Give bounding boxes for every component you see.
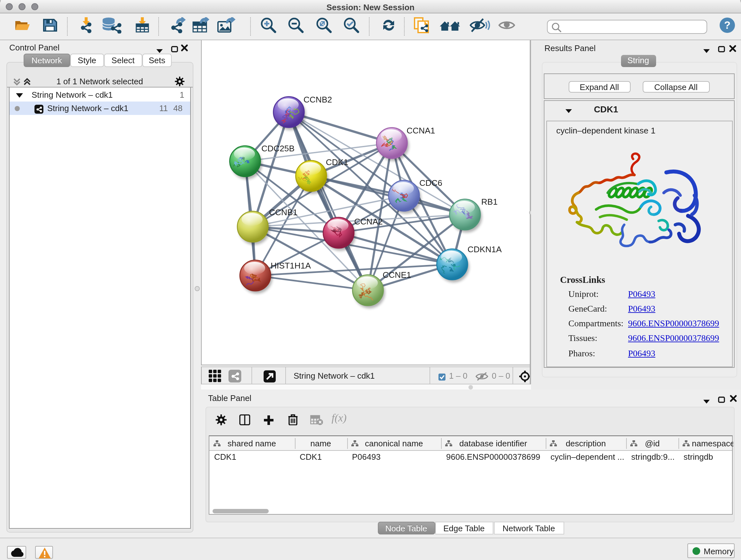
svg-text:CCNB1: CCNB1 bbox=[269, 207, 297, 217]
svg-text:CCNE1: CCNE1 bbox=[382, 270, 411, 279]
svg-text:CDC25B: CDC25B bbox=[261, 143, 294, 153]
svg-text:CCNA1: CCNA1 bbox=[406, 125, 434, 135]
svg-text:CDKN1A: CDKN1A bbox=[467, 244, 501, 254]
svg-text:HIST1H1A: HIST1H1A bbox=[270, 260, 311, 270]
svg-text:?: ? bbox=[724, 19, 731, 31]
svg-text:RB1: RB1 bbox=[481, 197, 497, 206]
svg-text:CDC6: CDC6 bbox=[419, 178, 442, 187]
svg-text:CCNA2: CCNA2 bbox=[354, 216, 382, 226]
svg-text:CDK1: CDK1 bbox=[326, 157, 348, 167]
svg-text:CCNB2: CCNB2 bbox=[303, 95, 332, 104]
